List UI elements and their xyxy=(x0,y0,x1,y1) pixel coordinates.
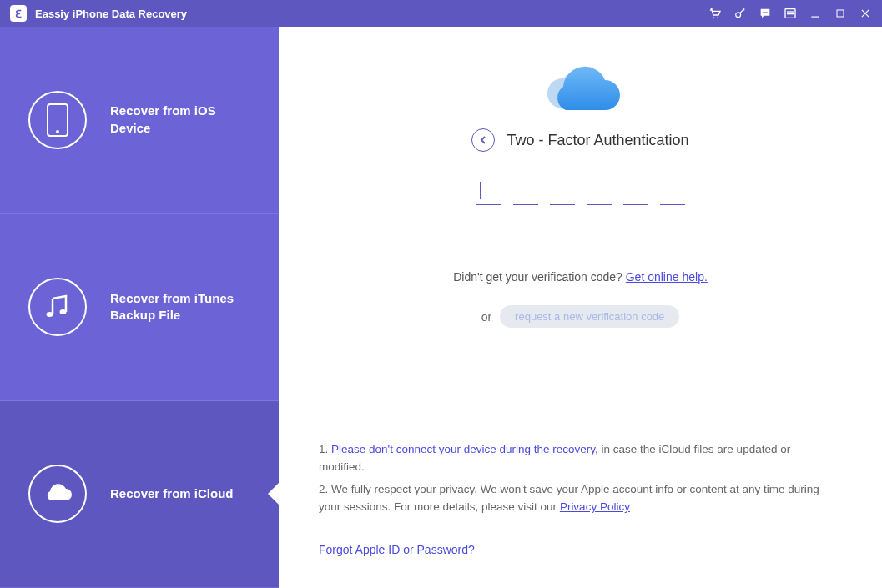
svg-point-2 xyxy=(736,13,741,18)
titlebar: Ɛ Eassiy iPhone Data Recovery xyxy=(0,0,882,27)
close-icon[interactable] xyxy=(859,7,872,20)
sidebar: Recover from iOS Device Recover from iTu… xyxy=(0,27,279,588)
back-button[interactable] xyxy=(471,128,495,152)
sidebar-item-itunes-backup[interactable]: Recover from iTunes Backup File xyxy=(0,214,279,400)
maximize-icon[interactable] xyxy=(834,7,847,20)
menu-icon[interactable] xyxy=(784,7,797,20)
code-digit-3[interactable] xyxy=(550,178,575,205)
cart-icon[interactable] xyxy=(708,7,722,20)
privacy-policy-link[interactable]: Privacy Policy xyxy=(560,500,630,513)
svg-point-5 xyxy=(766,12,767,13)
helper-text: Didn't get your verification code? Get o… xyxy=(304,270,857,284)
minimize-icon[interactable] xyxy=(809,7,822,20)
svg-rect-10 xyxy=(837,10,844,17)
svg-point-1 xyxy=(717,17,718,18)
sidebar-item-ios-device[interactable]: Recover from iOS Device xyxy=(0,27,279,214)
svg-point-14 xyxy=(56,130,59,133)
svg-point-4 xyxy=(764,12,765,13)
note-1: 1. Please don't connect your device duri… xyxy=(319,441,832,476)
phone-icon xyxy=(28,91,87,149)
icloud-illustration xyxy=(535,60,627,120)
code-digit-5[interactable] xyxy=(623,178,648,205)
forgot-apple-id-link[interactable]: Forgot Apple ID or Password? xyxy=(319,541,475,560)
music-note-icon xyxy=(28,278,87,336)
svg-point-0 xyxy=(713,17,714,18)
note-2: 2. We fully respect your privacy. We won… xyxy=(319,481,832,516)
request-new-code-button[interactable]: request a new verification code xyxy=(500,305,679,328)
code-digit-2[interactable] xyxy=(513,178,538,205)
main-panel: Two - Factor Authentication Didn't get y… xyxy=(279,27,882,588)
app-logo: Ɛ xyxy=(10,5,27,22)
svg-point-16 xyxy=(60,309,67,314)
active-indicator xyxy=(268,482,280,505)
chat-icon[interactable] xyxy=(759,7,772,20)
code-digit-4[interactable] xyxy=(587,178,612,205)
cloud-icon xyxy=(28,465,87,523)
code-digit-6[interactable] xyxy=(660,178,685,205)
sidebar-item-label: Recover from iTunes Backup File xyxy=(110,290,244,324)
key-icon[interactable] xyxy=(733,7,747,20)
sidebar-item-label: Recover from iCloud xyxy=(110,485,234,502)
notes-section: 1. Please don't connect your device duri… xyxy=(319,441,832,560)
page-heading: Two - Factor Authentication xyxy=(507,132,688,149)
svg-point-15 xyxy=(47,312,53,317)
sidebar-item-label: Recover from iOS Device xyxy=(110,103,244,137)
verification-code-inputs xyxy=(304,178,857,205)
or-text: or xyxy=(481,310,491,324)
online-help-link[interactable]: Get online help. xyxy=(626,270,708,284)
sidebar-item-icloud[interactable]: Recover from iCloud xyxy=(0,401,279,588)
svg-point-3 xyxy=(763,12,764,13)
app-title: Eassiy iPhone Data Recovery xyxy=(35,8,187,20)
